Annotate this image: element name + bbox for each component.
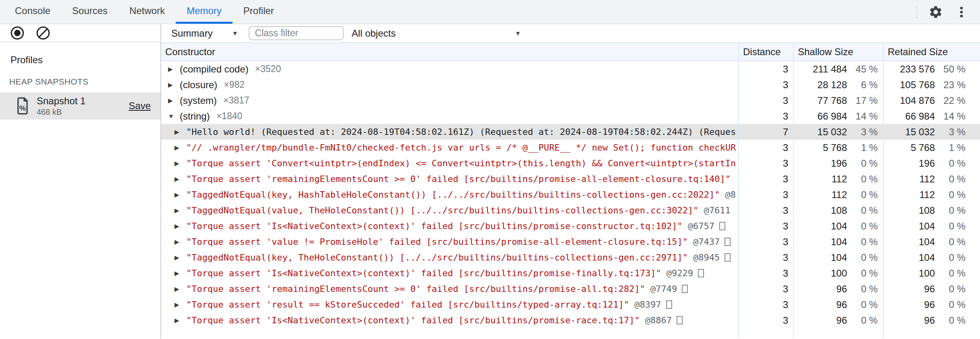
column-header-shallow-size[interactable]: Shallow Size <box>793 43 883 60</box>
column-header-distance[interactable]: Distance <box>738 43 793 60</box>
retained-size-cell: 1000 % <box>883 265 980 281</box>
tab-console[interactable]: Console <box>4 0 61 24</box>
expander-icon[interactable]: ▶ <box>174 160 186 167</box>
expander-icon[interactable]: ▶ <box>174 144 186 151</box>
retained-size-cell: 104 87622 % <box>883 93 980 108</box>
tab-memory[interactable]: Memory <box>176 0 233 24</box>
table-row[interactable]: ▼(string)×1840366 98414 %66 98414 % <box>161 108 980 124</box>
retained-bytes: 100 <box>919 268 935 279</box>
more-options-icon[interactable] <box>954 5 969 19</box>
shallow-percent: 0 % <box>847 283 878 295</box>
distance-cell: 7 <box>738 124 793 140</box>
expander-icon[interactable]: ▶ <box>168 97 180 104</box>
constructor-cell: ▶"Torque assert 'result == kStoreSuccede… <box>161 297 738 312</box>
chevron-down-icon: ▼ <box>232 30 238 37</box>
string-value: "// .wrangler/tmp/bundle-FmNIt0/checked-… <box>186 143 736 153</box>
retained-size-cell: 960 % <box>883 312 980 328</box>
table-row[interactable]: ▶(closure)×982328 1286 %105 76823 % <box>161 77 980 93</box>
detached-box-icon <box>666 300 672 309</box>
retained-size-cell: 1040 % <box>883 250 980 265</box>
shallow-bytes: 104 <box>831 221 847 232</box>
retained-percent: 0 % <box>935 221 965 232</box>
tab-profiler[interactable]: Profiler <box>233 0 285 24</box>
column-header-retained-size[interactable]: Retained Size <box>883 43 980 60</box>
table-row[interactable]: ▶(system)×3817377 76817 %104 87622 % <box>161 93 980 108</box>
table-row[interactable]: ▶"Torque assert 'result == kStoreSuccede… <box>161 297 980 312</box>
clear-profiles-icon[interactable] <box>35 25 51 41</box>
table-row[interactable]: ▶"Torque assert 'remainingElementsCount … <box>161 281 980 297</box>
table-row[interactable]: ▶"// .wrangler/tmp/bundle-FmNIt0/checked… <box>161 140 980 155</box>
grid-filler <box>161 328 980 339</box>
expander-icon[interactable]: ▶ <box>174 176 186 183</box>
snapshot-list-item[interactable]: % Snapshot 1 468 kB Save <box>0 92 160 120</box>
snapshot-name: Snapshot 1 <box>37 95 85 107</box>
constructor-cell: ▶"// .wrangler/tmp/bundle-FmNIt0/checked… <box>161 140 738 155</box>
object-id: @7749 <box>650 284 677 294</box>
shallow-bytes: 96 <box>836 299 847 310</box>
expander-icon[interactable]: ▶ <box>174 301 186 308</box>
table-row[interactable]: ▶"Hello world! (Requested at: 2024-08-19… <box>161 124 980 140</box>
expander-icon[interactable]: ▶ <box>174 223 186 230</box>
shallow-bytes: 15 032 <box>818 126 847 138</box>
shallow-bytes: 96 <box>836 315 847 326</box>
expander-icon[interactable]: ▶ <box>174 317 186 324</box>
take-snapshot-record-icon[interactable] <box>10 25 25 41</box>
distance-cell: 3 <box>738 187 793 203</box>
shallow-percent: 14 % <box>847 111 878 122</box>
tab-network[interactable]: Network <box>118 0 176 24</box>
string-value: "Torque assert 'result == kStoreSucceded… <box>186 300 629 310</box>
constructor-name: (string) <box>180 111 210 122</box>
retained-size-cell: 66 98414 % <box>883 108 980 124</box>
expander-icon[interactable]: ▶ <box>174 270 186 277</box>
perspective-select[interactable]: Summary ▼ <box>171 28 238 39</box>
object-id: @7611 <box>704 205 731 215</box>
shallow-bytes: 211 484 <box>813 64 847 75</box>
table-row[interactable]: ▶"Torque assert 'Is<NativeContext>(conte… <box>161 265 980 281</box>
panel-tabs: ConsoleSourcesNetworkMemoryProfiler <box>0 0 285 24</box>
expander-icon[interactable]: ▼ <box>168 113 180 120</box>
snapshot-save-link[interactable]: Save <box>129 100 151 112</box>
instance-count: ×1840 <box>216 111 243 122</box>
table-row[interactable]: ▶"Torque assert 'remainingElementsCount … <box>161 171 980 187</box>
shallow-percent: 17 % <box>847 95 878 106</box>
constructor-cell: ▶"TaggedNotEqual(value, TheHoleConstant(… <box>161 203 738 218</box>
table-row[interactable]: ▶"TaggedNotEqual(key, HashTableHoleConst… <box>161 187 980 203</box>
retained-bytes: 5 768 <box>911 142 935 153</box>
shallow-bytes: 112 <box>832 189 847 201</box>
class-filter-input[interactable] <box>249 26 344 40</box>
constructor-content: ▶"Torque assert 'Is<NativeContext>(conte… <box>161 315 683 325</box>
table-row[interactable]: ▶"Torque assert 'Is<NativeContext>(conte… <box>161 218 980 234</box>
retained-percent: 14 % <box>935 111 965 122</box>
expander-icon[interactable]: ▶ <box>168 81 180 89</box>
distance-cell: 3 <box>738 312 793 328</box>
expander-icon[interactable]: ▶ <box>174 238 186 246</box>
expander-icon[interactable]: ▶ <box>174 254 186 261</box>
retained-percent: 0 % <box>935 236 965 248</box>
table-row[interactable]: ▶"Torque assert 'value != PromiseHole' f… <box>161 234 980 250</box>
retained-percent: 0 % <box>935 315 965 326</box>
column-header-constructor[interactable]: Constructor <box>161 43 738 60</box>
table-row[interactable]: ▶"TaggedNotEqual(value, TheHoleConstant(… <box>161 203 980 218</box>
string-value: "TaggedNotEqual(key, TheHoleConstant()) … <box>186 252 688 263</box>
shallow-bytes: 28 128 <box>818 79 847 91</box>
distance-cell: 3 <box>738 281 793 297</box>
expander-icon[interactable]: ▶ <box>168 66 180 73</box>
expander-icon[interactable]: ▶ <box>174 128 186 136</box>
table-row[interactable]: ▶"TaggedNotEqual(key, TheHoleConstant())… <box>161 250 980 265</box>
shallow-bytes: 108 <box>831 205 847 216</box>
shallow-percent: 0 % <box>847 236 878 248</box>
expander-icon[interactable]: ▶ <box>174 207 186 214</box>
table-row[interactable]: ▶(compiled code)×35203211 48445 %233 576… <box>161 61 980 77</box>
settings-gear-icon[interactable] <box>928 5 943 19</box>
tab-sources[interactable]: Sources <box>61 0 118 24</box>
perspective-value: Summary <box>171 28 213 39</box>
retained-size-cell: 1120 % <box>883 171 980 187</box>
objects-filter-select[interactable]: All objects ▼ <box>352 28 521 39</box>
expander-icon[interactable]: ▶ <box>174 285 186 293</box>
object-id: @7437 <box>693 237 720 247</box>
expander-icon[interactable]: ▶ <box>174 191 186 198</box>
table-row[interactable]: ▶"Torque assert 'Convert<uintptr>(endInd… <box>161 155 980 171</box>
table-row[interactable]: ▶"Torque assert 'Is<NativeContext>(conte… <box>161 312 980 328</box>
retained-bytes: 96 <box>924 315 935 326</box>
retained-percent: 0 % <box>935 252 965 263</box>
